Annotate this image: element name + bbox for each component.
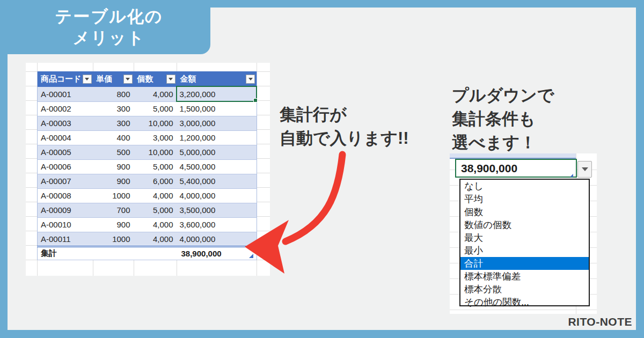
table-row: A-0000330010,0003,000,000 <box>38 116 257 130</box>
table-row: A-000109004,0003,600,000 <box>38 217 257 232</box>
header-product-code: 商品コード <box>38 71 93 87</box>
cell-unit-price[interactable]: 300 <box>93 116 134 130</box>
table-resize-handle-icon[interactable] <box>249 254 253 258</box>
cell-code[interactable]: A-00007 <box>38 174 93 188</box>
cell-code[interactable]: A-00008 <box>38 188 93 203</box>
table-row: A-000097005,0003,500,000 <box>38 203 257 217</box>
cell-code[interactable]: A-00011 <box>38 232 93 246</box>
annotation-line: 集計条件も <box>452 107 554 131</box>
dropdown-item[interactable]: その他の関数... <box>460 296 589 308</box>
title-line2: メリット <box>73 27 145 49</box>
cell-unit-price[interactable]: 900 <box>93 159 134 174</box>
cell-quantity[interactable]: 4,000 <box>134 217 177 232</box>
total-cell-selected[interactable]: 38,900,000 <box>455 159 577 178</box>
header-label: 単価 <box>97 74 113 83</box>
cell-quantity[interactable]: 4,000 <box>134 188 177 203</box>
cell-amount[interactable]: 1,500,000 <box>177 101 257 116</box>
dropdown-item[interactable]: なし <box>460 180 589 193</box>
site-watermark: RITO-NOTE <box>568 315 632 328</box>
cell-code[interactable]: A-00010 <box>38 217 93 232</box>
annotation-line: プルダウンで <box>452 84 554 107</box>
cell-quantity[interactable]: 10,000 <box>134 116 177 130</box>
cell-unit-price[interactable]: 500 <box>93 145 134 159</box>
cell-unit-price[interactable]: 400 <box>93 130 134 145</box>
total-empty-cell[interactable] <box>93 246 134 260</box>
dropdown-button[interactable] <box>577 161 592 178</box>
table-row: A-000044003,0001,200,000 <box>38 130 257 145</box>
chevron-down-icon <box>582 167 588 171</box>
dropdown-item[interactable]: 最大 <box>460 231 589 244</box>
filter-arrow-icon <box>248 78 253 80</box>
table-row: A-000079006,0005,400,000 <box>38 174 257 188</box>
cell-amount[interactable]: 1,200,000 <box>177 130 257 145</box>
filter-button[interactable] <box>123 75 133 84</box>
cell-amount[interactable]: 3,000,000 <box>177 116 257 130</box>
selected-cell-outline <box>176 86 257 102</box>
cell-code[interactable]: A-00002 <box>38 101 93 116</box>
infographic-canvas: テーブル化の メリット 商品コード 単価 個数 金額 A-000018004,0… <box>0 0 644 338</box>
table-resize-handle-icon[interactable] <box>570 174 573 177</box>
table-row: A-0000550010,0005,000,000 <box>38 145 257 159</box>
cell-quantity[interactable]: 5,000 <box>134 203 177 217</box>
table-row: A-000023005,0001,500,000 <box>38 101 257 116</box>
cell-code[interactable]: A-00006 <box>38 159 93 174</box>
total-label[interactable]: 集計 <box>38 246 93 260</box>
filter-button[interactable] <box>83 75 92 84</box>
cell-quantity[interactable]: 4,000 <box>134 232 177 246</box>
header-label: 金額 <box>180 74 196 83</box>
header-quantity: 個数 <box>134 71 177 87</box>
cell-unit-price[interactable]: 1000 <box>93 188 134 203</box>
filter-button[interactable] <box>166 75 175 84</box>
table-header-row: 商品コード 単価 個数 金額 <box>38 71 257 87</box>
filter-arrow-icon <box>85 78 89 80</box>
header-label: 商品コード <box>41 74 82 83</box>
cell-unit-price[interactable]: 900 <box>93 217 134 232</box>
dropdown-item[interactable]: 数値の個数 <box>460 218 589 231</box>
dropdown-item[interactable]: 平均 <box>460 193 589 205</box>
annotation-line: 集計行が <box>280 103 409 127</box>
cell-quantity[interactable]: 3,000 <box>134 130 177 145</box>
cell-code[interactable]: A-00003 <box>38 116 93 130</box>
dropdown-item[interactable]: 標本分散 <box>460 283 589 296</box>
cell-quantity[interactable]: 6,000 <box>134 174 177 188</box>
cell-code[interactable]: A-00009 <box>38 203 93 217</box>
filter-arrow-icon <box>169 78 173 80</box>
cell-code[interactable]: A-00005 <box>38 145 93 159</box>
annotation-line: 選べます！ <box>452 131 554 155</box>
filter-button[interactable] <box>246 75 255 84</box>
cell-unit-price[interactable]: 1000 <box>93 232 134 246</box>
total-empty-cell[interactable] <box>134 246 177 260</box>
cell-unit-price[interactable]: 900 <box>93 174 134 188</box>
total-cell-value: 38,900,000 <box>461 162 517 175</box>
table-row: A-0001110004,0004,000,000 <box>38 232 257 246</box>
dropdown-item-selected[interactable]: 合計 <box>460 257 589 270</box>
cell-quantity[interactable]: 4,000 <box>134 87 177 101</box>
excel-sheet-right: 38,900,000 なし 平均 個数 数値の個数 最大 最小 合計 標本標準偏… <box>450 153 597 314</box>
cell-code[interactable]: A-00001 <box>38 87 93 101</box>
dropdown-item[interactable]: 個数 <box>460 205 589 218</box>
filter-arrow-icon <box>126 78 130 80</box>
table-row: A-000069005,0004,500,000 <box>38 159 257 174</box>
dropdown-item[interactable]: 標本標準偏差 <box>460 270 589 283</box>
red-arrow-icon <box>231 145 370 284</box>
annotation-pulldown: プルダウンで 集計条件も 選べます！ <box>452 84 554 155</box>
annotation-summary-row: 集計行が 自動で入ります!! <box>280 103 409 150</box>
cell-quantity[interactable]: 5,000 <box>134 159 177 174</box>
cell-unit-price[interactable]: 700 <box>93 203 134 217</box>
cell-quantity[interactable]: 5,000 <box>134 101 177 116</box>
cell-unit-price[interactable]: 800 <box>93 87 134 101</box>
title-line1: テーブル化の <box>55 6 163 27</box>
cell-quantity[interactable]: 10,000 <box>134 145 177 159</box>
dropdown-item[interactable]: 最小 <box>460 244 589 257</box>
cell-code[interactable]: A-00004 <box>38 130 93 145</box>
title-badge: テーブル化の メリット <box>0 0 210 54</box>
header-label: 個数 <box>137 74 153 83</box>
dropdown-list: なし 平均 個数 数値の個数 最大 最小 合計 標本標準偏差 標本分散 その他の… <box>459 179 590 306</box>
table-row: A-0000810004,0004,000,000 <box>38 188 257 203</box>
cell-unit-price[interactable]: 300 <box>93 101 134 116</box>
total-row: 集計 38,900,000 <box>38 246 257 260</box>
header-unit-price: 単価 <box>93 71 134 87</box>
header-amount: 金額 <box>177 71 257 87</box>
